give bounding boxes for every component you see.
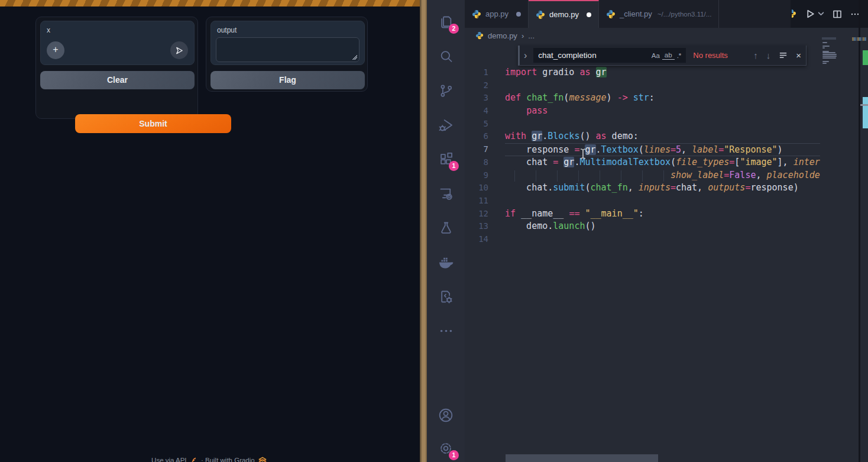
submit-button[interactable]: Submit bbox=[75, 114, 231, 133]
footer-separator: · bbox=[201, 457, 203, 462]
code-line[interactable]: 10 chat.submit(chat_fn, inputs=chat, out… bbox=[465, 182, 820, 195]
clear-button[interactable]: Clear bbox=[40, 71, 195, 89]
send-icon bbox=[175, 46, 184, 55]
breadcrumb-more[interactable]: ... bbox=[528, 31, 535, 40]
minimap-cyan-mark bbox=[863, 97, 868, 128]
editor-group: app.py demo.py _client.py bbox=[465, 0, 868, 462]
output-textarea[interactable] bbox=[216, 37, 359, 62]
split-editor-icon bbox=[833, 9, 842, 19]
loading-stripe bbox=[0, 0, 420, 7]
find-widget: › chat_completion Aa ab .* No results ↑ … bbox=[518, 46, 807, 66]
second-minimap-specks bbox=[852, 37, 866, 41]
explorer-badge: 2 bbox=[449, 24, 459, 34]
toggle-replace-chevron[interactable]: › bbox=[522, 50, 529, 61]
match-case-toggle[interactable]: Aa bbox=[649, 51, 662, 60]
tab-description: ~/.../python3.11/... bbox=[658, 11, 712, 18]
remote-explorer-icon[interactable] bbox=[437, 185, 455, 202]
search-icon[interactable] bbox=[437, 47, 455, 65]
code-line[interactable]: 1import gradio as gr bbox=[465, 66, 820, 79]
testing-icon[interactable] bbox=[437, 219, 455, 237]
rocket-icon bbox=[190, 457, 197, 462]
chevron-down-icon bbox=[818, 11, 824, 17]
tab-label: app.py bbox=[485, 9, 509, 18]
find-previous-button[interactable]: ↑ bbox=[753, 50, 758, 60]
breadcrumb-file[interactable]: demo.py bbox=[488, 31, 517, 40]
tab-label: demo.py bbox=[549, 10, 579, 19]
code-line[interactable]: 9 show_label=False, placeholder= bbox=[465, 169, 820, 182]
run-and-debug-icon[interactable] bbox=[437, 116, 455, 134]
settings-badge: 1 bbox=[449, 450, 459, 460]
flag-button[interactable]: Flag bbox=[210, 71, 365, 89]
code-line[interactable]: 7 response = gr.Textbox(lines=5, label="… bbox=[465, 143, 820, 156]
explorer-icon[interactable]: 2 bbox=[437, 13, 455, 31]
find-in-selection-icon[interactable] bbox=[779, 51, 788, 60]
code-editor[interactable]: 1import gradio as gr23def chat_fn(messag… bbox=[465, 43, 820, 451]
code-line[interactable]: 5 bbox=[465, 118, 820, 131]
minimap-band bbox=[822, 37, 836, 40]
python-icon bbox=[475, 31, 484, 40]
python-icon bbox=[472, 9, 481, 19]
code-line[interactable]: 12if __name__ == "__main__": bbox=[465, 208, 820, 221]
code-runner-icon[interactable] bbox=[437, 287, 455, 305]
tab-demo-py[interactable]: demo.py bbox=[529, 0, 599, 28]
source-control-icon[interactable] bbox=[437, 82, 455, 99]
gradio-logo-icon bbox=[258, 457, 267, 462]
editor-actions bbox=[791, 0, 868, 28]
split-editor-button[interactable] bbox=[833, 9, 842, 19]
send-button[interactable] bbox=[170, 41, 188, 59]
code-line[interactable]: 4 pass bbox=[465, 105, 820, 118]
tab-app-py[interactable]: app.py bbox=[465, 0, 529, 28]
code-line[interactable]: 11 bbox=[465, 195, 820, 208]
mouse-text-cursor bbox=[579, 148, 587, 160]
gradio-app-pane: x + Clear Submit output Flag Use vi bbox=[0, 0, 420, 462]
code-line[interactable]: 14 bbox=[465, 233, 820, 246]
regex-toggle[interactable]: .* bbox=[675, 51, 684, 60]
code-line[interactable]: 8 chat = gr.MultimodalTextbox(file_types… bbox=[465, 156, 820, 169]
tab-label: _client.py bbox=[620, 9, 652, 18]
tab-bar: app.py demo.py _client.py bbox=[465, 0, 868, 28]
output-group: output Flag bbox=[206, 17, 368, 92]
extensions-icon[interactable]: 1 bbox=[437, 150, 455, 168]
gradio-footer: Use via API · Built with Gradio bbox=[0, 456, 420, 462]
next-group-tab-sliver[interactable] bbox=[792, 9, 797, 20]
breadcrumb[interactable]: demo.py › ... bbox=[465, 28, 868, 43]
desktop-divider-strip bbox=[420, 0, 427, 462]
resize-handle[interactable] bbox=[352, 54, 357, 60]
use-via-api-link[interactable]: Use via API bbox=[151, 457, 186, 462]
second-editor-sliver bbox=[860, 0, 868, 462]
whole-word-toggle[interactable]: ab bbox=[662, 51, 675, 60]
code-line[interactable]: 13 demo.launch() bbox=[465, 220, 820, 233]
second-editor-tabbar-sliver bbox=[860, 0, 868, 28]
account-icon[interactable] bbox=[437, 406, 455, 424]
code-line[interactable]: 3def chat_fn(message) -> str: bbox=[465, 92, 820, 105]
find-input[interactable]: chat_completion Aa ab .* bbox=[533, 48, 686, 63]
code-line[interactable]: 2 bbox=[465, 79, 820, 92]
attach-file-button[interactable]: + bbox=[47, 41, 64, 59]
find-query[interactable]: chat_completion bbox=[538, 51, 649, 60]
play-icon bbox=[805, 9, 815, 19]
close-find-icon[interactable]: × bbox=[796, 50, 801, 60]
code-line[interactable]: 6with gr.Blocks() as demo: bbox=[465, 130, 820, 143]
python-icon bbox=[606, 9, 616, 19]
breadcrumb-separator: › bbox=[522, 31, 524, 40]
multimodal-textbox[interactable]: x + bbox=[40, 21, 195, 65]
run-python-file-button[interactable] bbox=[805, 9, 824, 19]
horizontal-scrollbar[interactable] bbox=[506, 454, 658, 462]
more-views-icon[interactable] bbox=[437, 322, 455, 340]
screenshot-root: x + Clear Submit output Flag Use vi bbox=[0, 0, 868, 462]
output-label: output bbox=[217, 26, 358, 34]
python-icon bbox=[792, 9, 796, 18]
find-nav: ↑ ↓ × bbox=[753, 50, 801, 60]
tab-client-py[interactable]: _client.py ~/.../python3.11/... bbox=[599, 0, 719, 28]
python-icon bbox=[536, 10, 545, 20]
modified-dot[interactable] bbox=[516, 12, 521, 17]
input-label: x bbox=[47, 26, 188, 34]
settings-gear-icon[interactable]: 1 bbox=[437, 440, 455, 457]
activity-bar-bottom: 1 bbox=[427, 406, 465, 457]
built-with-gradio-link[interactable]: Built with Gradio bbox=[205, 457, 255, 462]
modified-dot[interactable] bbox=[587, 12, 591, 17]
docker-icon[interactable] bbox=[437, 253, 455, 271]
minimap[interactable] bbox=[821, 28, 859, 462]
find-next-button[interactable]: ↓ bbox=[766, 50, 771, 60]
minimap-slider-line bbox=[860, 104, 868, 106]
